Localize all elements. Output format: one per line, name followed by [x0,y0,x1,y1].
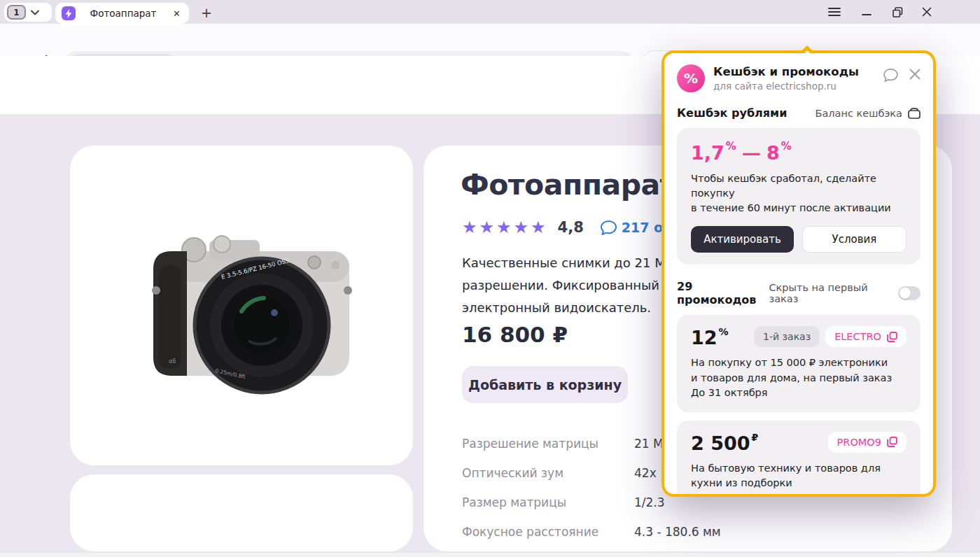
browser-menu-icon[interactable] [826,5,843,19]
promo-description: На покупку от 15 000 ₽ электроники и тов… [691,355,906,401]
cashback-note: Чтобы кешбэк сработал, сделайте покупку … [691,171,906,216]
rating-value: 4,8 [558,219,584,236]
cashback-popup: % Кешбэк и промокоды для сайта electrics… [662,50,936,497]
activate-button[interactable]: Активировать [691,226,794,253]
popup-close-icon[interactable] [909,69,920,80]
promo-code-chip[interactable]: ELECTRO [825,326,906,347]
comment-bubble-icon [601,220,617,235]
wallet-icon [908,108,920,119]
cashback-rate: 1,7%—8% [691,140,906,164]
chevron-down-icon[interactable] [31,10,39,15]
promo-count: 29 промокодов [677,280,769,306]
product-title: Фотоаппарат [461,168,676,202]
terms-button[interactable]: Условия [802,226,906,253]
popup-title: Кешбэк и промокоды [713,65,859,78]
cashback-balance-link[interactable]: Баланс кешбэка [815,108,920,119]
product-image: E 3.5-5.6/PZ 16-50 OSS 0.25m/0.8ft α6 [104,201,379,411]
product-price: 16 800 ₽ [462,322,568,347]
window-close-icon[interactable] [918,5,935,19]
popup-arrow-inner [802,50,812,55]
hide-first-order-label: Скрыть на первый заказ [769,282,890,304]
tab-strip: 1 Фотоаппарат ✕ + [0,0,980,24]
star-rating-icons: ★★★★★ [462,218,548,237]
next-section-card [70,474,413,551]
hide-first-order-toggle[interactable] [898,286,920,300]
tab-counter[interactable]: 1 [4,3,52,22]
browser-tab[interactable]: Фотоаппарат ✕ [55,3,189,24]
tab-favicon-bolt-icon [62,6,76,20]
cashback-section-title: Кешбэк рублями [677,106,787,120]
popup-subtitle: для сайта electricshop.ru [713,80,859,92]
feedback-bubble-icon[interactable] [883,69,898,82]
promo-selection-link[interactable]: Подборка товаров [769,493,867,495]
tab-count-badge: 1 [7,5,26,20]
popup-header: % Кешбэк и промокоды для сайта electrics… [677,64,920,92]
promo-card: 2 500₽ PROMO9 На бытовую технику и товар… [677,421,920,495]
tab-title: Фотоаппарат [76,8,171,19]
cashback-percent-icon: % [677,64,705,92]
svg-text:α6: α6 [169,358,176,365]
window-restore-icon[interactable] [889,5,906,19]
window-minimize-icon[interactable] [858,5,875,19]
add-to-cart-button[interactable]: Добавить в корзину [462,366,628,403]
new-tab-button[interactable]: + [197,3,216,22]
promo-card: 12% 1-й заказ ELECTRO На покупку от 15 0… [677,315,920,412]
spec-row: Фокусное расстояние 4.3 - 180.6 мм [462,517,854,547]
tab-close-icon[interactable]: ✕ [171,7,183,20]
first-order-tag: 1-й заказ [754,326,820,347]
copy-icon[interactable] [887,437,897,447]
product-image-card: E 3.5-5.6/PZ 16-50 OSS 0.25m/0.8ft α6 [70,146,413,465]
promo-code-chip[interactable]: PROMO9 [828,432,906,453]
copy-icon[interactable] [887,332,897,342]
bottom-edge-strip [0,552,980,557]
promo-description: На бытовую технику и товаров для кухни и… [691,461,906,495]
cashback-rate-card: 1,7%—8% Чтобы кешбэк сработал, сделайте … [677,128,920,265]
